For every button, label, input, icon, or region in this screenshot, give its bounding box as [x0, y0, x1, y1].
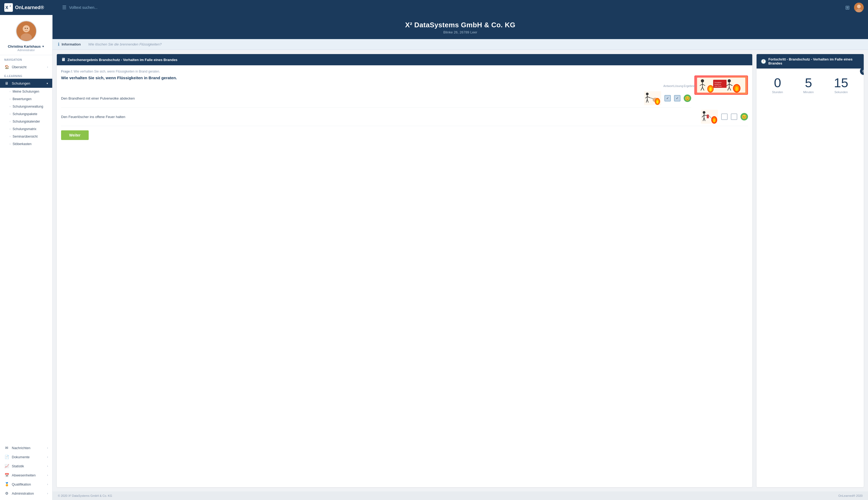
schulungsmatrix-arrow: › — [10, 128, 10, 130]
elearning-label: E-LEARNING — [0, 71, 52, 79]
question-heading: Wie verhalten Sie sich, wenn Flüssigkeit… — [61, 76, 748, 80]
svg-point-9 — [26, 28, 27, 29]
sidebar-item-nachrichten[interactable]: ✉ Nachrichten › — [0, 443, 52, 452]
weiter-button[interactable]: Weiter — [61, 130, 89, 140]
abwesenheiten-arrow: › — [47, 474, 48, 477]
svg-point-20 — [727, 79, 731, 82]
navigation-label: NAVIGATION — [0, 55, 52, 62]
abwesenheiten-icon: 📅 — [4, 473, 9, 477]
svg-text:X: X — [5, 5, 8, 10]
svg-point-56 — [713, 118, 715, 122]
sidebar-item-bewertungen[interactable]: › Bewertungen — [0, 95, 52, 103]
sidebar-item-stoberkasten[interactable]: › Stöberkasten — [0, 140, 52, 148]
qualifikation-arrow: › — [47, 483, 48, 486]
sidebar-item-qualifikation[interactable]: 🏅 Qualifikation › — [0, 480, 52, 489]
company-address: Blinke 26, 26789 Leer — [57, 30, 864, 34]
search-input[interactable] — [69, 5, 149, 10]
qualifikation-label: Qualifikation — [12, 482, 44, 486]
svg-point-28 — [735, 87, 738, 91]
main-layout: Christina Karlshaus ▼ Administrator NAVI… — [0, 15, 868, 500]
footer: © 2020 X² DataSystems GmbH & Co. KG OnLe… — [53, 491, 868, 500]
footer-brand: OnLearned® 2020 — [838, 494, 863, 497]
sidebar-item-abwesenheiten[interactable]: 📅 Abwesenheiten › — [0, 470, 52, 480]
col-losung: Lösung — [674, 84, 681, 88]
schulungskalender-arrow: › — [10, 120, 10, 123]
schulungspakete-label: Schulungspakete — [13, 112, 37, 116]
answer-2-antwort-checkbox[interactable] — [721, 113, 727, 120]
svg-point-3 — [857, 4, 861, 8]
left-panel-body: Frage /: Wie verhalten Sie sich, wenn Fl… — [57, 65, 752, 487]
sidebar-item-schulungspakete[interactable]: › Schulungspakete — [0, 110, 52, 118]
schulungsverwaltung-label: Schulungsverwaltung — [13, 105, 43, 109]
brand-name: OnLearned® — [15, 5, 44, 10]
svg-point-6 — [22, 25, 30, 32]
quiz-banner-image: Flüssigkeits- brände mit einer Pulver- — [694, 76, 748, 95]
sidebar-item-administration[interactable]: ⚙ Administration › — [0, 489, 52, 498]
user-avatar-top[interactable] — [854, 3, 864, 12]
administration-label: Administration — [12, 491, 44, 496]
stoberkasten-label: Stöberkasten — [13, 142, 32, 146]
answer-2-result: 😊 — [741, 113, 748, 121]
dokumente-icon: 📄 — [4, 455, 9, 459]
grid-icon[interactable]: ⊞ — [845, 4, 850, 11]
user-role: Administrator — [4, 48, 48, 52]
schulungen-label: Schulungen — [12, 81, 44, 86]
minuten-label: Minuten — [803, 90, 814, 94]
answer-1-losung-checkbox[interactable] — [674, 95, 680, 101]
statistik-icon: 📈 — [4, 464, 9, 468]
right-panel: 🕐 Fortschritt - Brandschutz - Verhalten … — [757, 54, 864, 487]
svg-text:brände mit: brände mit — [714, 83, 721, 85]
sidebar: Christina Karlshaus ▼ Administrator NAVI… — [0, 15, 53, 500]
svg-point-44 — [657, 100, 658, 104]
sidebar-item-schulungskalender[interactable]: › Schulungskalender — [0, 118, 52, 125]
sidebar-item-ubersicht[interactable]: 🏠 Übersicht › — [0, 62, 52, 71]
sidebar-item-schulungsverwaltung[interactable]: › Schulungsverwaltung — [0, 103, 52, 110]
sidebar-item-meine-schulungen[interactable]: › Meine Schulungen — [0, 88, 52, 95]
nachrichten-arrow: › — [47, 446, 48, 450]
left-panel-header: 🖥 Zwischenergebnis Brandschutz - Verhalt… — [57, 54, 752, 65]
col-antwort: Antwort — [663, 84, 671, 88]
question-label: Frage /: Wie verhalten Sie sich, wenn Fl… — [61, 70, 748, 73]
timer-minuten: 5 Minuten — [803, 77, 814, 94]
ubersicht-label: Übersicht — [12, 65, 44, 69]
answer-2-losung-checkbox[interactable] — [731, 113, 737, 120]
svg-text:Flüssigkeits-: Flüssigkeits- — [714, 82, 722, 83]
left-panel-title: Zwischenergebnis Brandschutz - Verhalten… — [67, 58, 177, 62]
svg-point-34 — [646, 93, 648, 95]
sidebar-item-statistik[interactable]: 📈 Statistik › — [0, 462, 52, 470]
nachrichten-label: Nachrichten — [12, 446, 44, 450]
answer-1-antwort-checkbox[interactable] — [664, 95, 671, 101]
sidebar-item-schulungen[interactable]: 🖥 Schulungen ▾ — [0, 79, 52, 88]
svg-point-11 — [701, 79, 704, 82]
answer-1-text: Den Brandherd mit einer Pulverwolke abde… — [61, 96, 641, 100]
dokumente-label: Dokumente — [12, 455, 44, 459]
col-ergebnis: Ergebnis — [684, 84, 691, 88]
sidebar-item-seminarubersicht[interactable]: › Seminarübersicht — [0, 133, 52, 140]
sidebar-item-dokumente[interactable]: 📄 Dokumente › — [0, 452, 52, 462]
timer-stunden: 0 Stunden — [772, 77, 783, 94]
svg-point-8 — [25, 28, 26, 29]
answer-1-image — [644, 91, 661, 105]
statistik-label: Statistik — [12, 464, 44, 468]
bewertungen-arrow: › — [10, 98, 10, 100]
user-section: Christina Karlshaus ▼ Administrator — [0, 15, 52, 55]
clock-icon: 🕐 — [761, 59, 766, 64]
schulungsmatrix-label: Schulungsmatrix — [13, 127, 36, 131]
schulungsverwaltung-arrow: › — [10, 105, 10, 108]
sidebar-bottom: ✉ Nachrichten › 📄 Dokumente › 📈 Statisti… — [0, 441, 52, 500]
company-name: X² DataSystems GmbH & Co. KG — [57, 21, 864, 29]
sidebar-item-schulungsmatrix[interactable]: › Schulungsmatrix — [0, 125, 52, 133]
menu-icon[interactable]: ☰ — [62, 4, 66, 10]
sekunden-label: Sekunden — [834, 90, 848, 94]
company-header: X² DataSystems GmbH & Co. KG Blinke 26, … — [53, 15, 868, 39]
user-dropdown-arrow[interactable]: ▼ — [42, 45, 44, 48]
info-bar: ℹ Information Wie löschen Sie die brenne… — [53, 39, 868, 50]
svg-rect-52 — [707, 115, 709, 118]
question-text: Wie verhalten Sie sich, wenn Flüssigkeit… — [74, 70, 160, 73]
statistik-arrow: › — [47, 465, 48, 468]
qualifikation-icon: 🏅 — [4, 482, 9, 486]
bewertungen-label: Bewertungen — [13, 97, 32, 101]
quiz-row-1: Den Brandherd mit einer Pulverwolke abde… — [61, 89, 691, 107]
logo-icon: X 2 — [4, 3, 13, 12]
svg-text:einer Pulver-: einer Pulver- — [714, 86, 722, 87]
